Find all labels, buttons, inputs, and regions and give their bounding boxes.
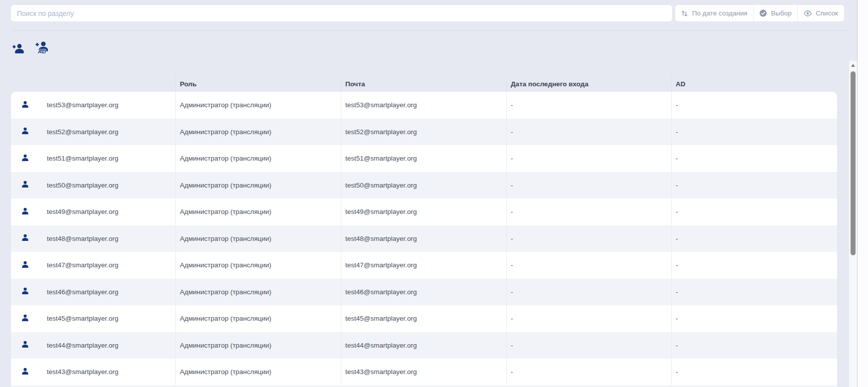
ad-cell: - xyxy=(671,119,837,146)
ad-cell: - xyxy=(671,92,837,119)
role-cell: Администратор (трансляции) xyxy=(175,252,341,279)
user-name: test45@smartplayer.org xyxy=(47,315,119,322)
last-login-cell: - xyxy=(506,279,671,306)
email-cell: test53@smartplayer.org xyxy=(341,92,506,119)
role-cell: Администратор (трансляции) xyxy=(175,198,341,225)
table-row[interactable]: test50@smartplayer.org Администратор (тр… xyxy=(11,172,837,199)
user-actions: AD xyxy=(10,40,52,55)
ad-cell: - xyxy=(671,225,837,252)
vertical-scrollbar[interactable] xyxy=(849,61,857,387)
table-body: test53@smartplayer.org Администратор (тр… xyxy=(11,92,837,387)
ad-cell: - xyxy=(671,332,837,359)
user-cell: test47@smartplayer.org xyxy=(11,252,175,279)
table-row[interactable]: test45@smartplayer.org Администратор (тр… xyxy=(11,305,837,332)
email-cell: test48@smartplayer.org xyxy=(341,225,506,252)
role-cell: Администратор (трансляции) xyxy=(175,225,341,252)
last-login-cell: - xyxy=(506,198,671,225)
email-cell: test45@smartplayer.org xyxy=(341,305,506,332)
user-cell: test46@smartplayer.org xyxy=(11,279,175,306)
sort-arrows-icon xyxy=(681,10,688,17)
user-cell: test44@smartplayer.org xyxy=(11,332,175,359)
table-header-row: Роль Почта Дата последнего входа AD xyxy=(11,76,837,92)
person-icon xyxy=(21,101,29,110)
role-cell: Администратор (трансляции) xyxy=(175,119,341,146)
person-icon xyxy=(21,154,29,163)
scrollbar-thumb[interactable] xyxy=(851,71,856,255)
person-icon xyxy=(21,368,29,377)
header-divider xyxy=(11,30,848,31)
add-ad-user-icon: AD xyxy=(34,41,51,54)
add-user-button[interactable] xyxy=(10,42,26,55)
scroll-up-arrow-icon[interactable] xyxy=(851,64,855,67)
role-cell: Администратор (трансляции) xyxy=(175,145,341,172)
table-row[interactable]: test51@smartplayer.org Администратор (тр… xyxy=(11,145,837,172)
user-cell: test45@smartplayer.org xyxy=(11,305,175,332)
right-gutter xyxy=(857,0,868,387)
user-cell: test49@smartplayer.org xyxy=(11,198,175,225)
ad-cell: - xyxy=(671,145,837,172)
table-row[interactable]: test43@smartplayer.org Администратор (тр… xyxy=(11,359,837,386)
role-cell: Администратор (трансляции) xyxy=(175,279,341,306)
table-row[interactable]: test49@smartplayer.org Администратор (тр… xyxy=(11,198,837,225)
ad-cell: - xyxy=(671,198,837,225)
person-icon xyxy=(21,181,29,190)
person-icon xyxy=(21,341,29,350)
user-name: test51@smartplayer.org xyxy=(47,155,119,162)
select-mode-button[interactable]: Выбор xyxy=(753,5,797,21)
sort-by-creation-date-button[interactable]: По дате создания xyxy=(675,5,753,21)
last-login-cell: - xyxy=(506,332,671,359)
users-table: Роль Почта Дата последнего входа AD test… xyxy=(11,76,837,387)
ad-cell: - xyxy=(671,172,837,199)
person-icon xyxy=(21,287,29,296)
ad-cell: - xyxy=(671,305,837,332)
table-row[interactable]: test53@smartplayer.org Администратор (тр… xyxy=(11,92,837,119)
list-button-label: Список xyxy=(816,9,838,17)
table-row[interactable]: test52@smartplayer.org Администратор (тр… xyxy=(11,119,837,146)
user-name: test53@smartplayer.org xyxy=(47,101,119,109)
table-row[interactable]: test47@smartplayer.org Администратор (тр… xyxy=(11,252,837,279)
user-name: test49@smartplayer.org xyxy=(47,208,119,215)
user-name: test47@smartplayer.org xyxy=(47,261,119,269)
search-input[interactable] xyxy=(11,5,672,21)
user-cell: test52@smartplayer.org xyxy=(11,119,175,146)
user-name: test48@smartplayer.org xyxy=(47,235,119,242)
last-login-cell: - xyxy=(506,145,671,172)
add-user-icon xyxy=(11,43,25,54)
email-cell: test47@smartplayer.org xyxy=(341,252,506,279)
view-controls: По дате создания Выбор Список xyxy=(675,5,844,21)
last-login-cell: - xyxy=(506,92,671,119)
person-icon xyxy=(21,207,29,216)
person-icon xyxy=(21,127,29,136)
role-cell: Администратор (трансляции) xyxy=(175,305,341,332)
ad-cell: - xyxy=(671,359,837,386)
user-cell: test53@smartplayer.org xyxy=(11,92,175,119)
user-cell: test43@smartplayer.org xyxy=(11,359,175,386)
ad-cell: - xyxy=(671,252,837,279)
email-cell: test49@smartplayer.org xyxy=(341,198,506,225)
last-login-cell: - xyxy=(506,225,671,252)
role-cell: Администратор (трансляции) xyxy=(175,359,341,386)
user-name: test43@smartplayer.org xyxy=(47,368,119,376)
select-button-label: Выбор xyxy=(771,9,791,17)
user-cell: test51@smartplayer.org xyxy=(11,145,175,172)
user-name: test50@smartplayer.org xyxy=(47,182,119,189)
column-header-last-login: Дата последнего входа xyxy=(506,76,671,92)
table-row[interactable]: test48@smartplayer.org Администратор (тр… xyxy=(11,225,837,252)
add-ad-user-button[interactable]: AD xyxy=(33,40,52,55)
email-cell: test52@smartplayer.org xyxy=(341,119,506,146)
last-login-cell: - xyxy=(506,172,671,199)
sort-button-label: По дате создания xyxy=(692,9,747,17)
check-circle-icon xyxy=(759,9,767,17)
user-name: test44@smartplayer.org xyxy=(47,342,119,349)
last-login-cell: - xyxy=(506,252,671,279)
user-name: test46@smartplayer.org xyxy=(47,288,119,296)
person-icon xyxy=(21,314,29,323)
table-row[interactable]: test46@smartplayer.org Администратор (тр… xyxy=(11,279,837,306)
svg-text:AD: AD xyxy=(37,48,46,54)
last-login-cell: - xyxy=(506,359,671,386)
column-header-email: Почта xyxy=(341,76,506,92)
email-cell: test43@smartplayer.org xyxy=(341,359,506,386)
table-row[interactable]: test44@smartplayer.org Администратор (тр… xyxy=(11,332,837,359)
table-row-partial[interactable] xyxy=(11,386,837,387)
list-view-button[interactable]: Список xyxy=(797,5,844,21)
